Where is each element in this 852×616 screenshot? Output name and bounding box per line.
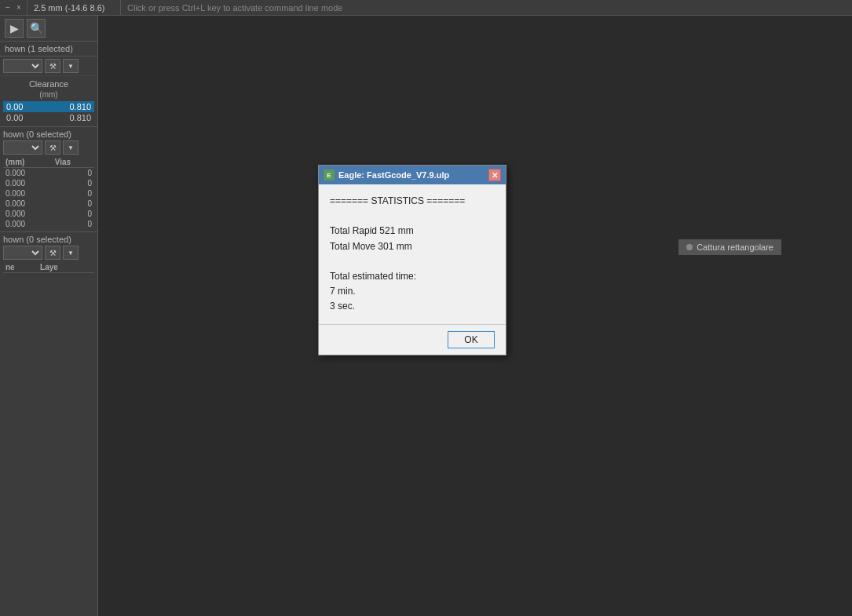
row-vias: 0 (53, 199, 94, 209)
table-row: 0.0000 (3, 168, 94, 179)
section2-dropdown[interactable] (3, 140, 42, 155)
toolbar-row: ▶ 🔍 (0, 16, 97, 42)
section1-header: hown (1 selected) (0, 42, 97, 56)
dialog-close-button[interactable]: ✕ (488, 169, 501, 181)
table-row: 0.0000 (3, 209, 94, 219)
section1-wrench-button[interactable]: ⚒ (45, 59, 60, 73)
dialog-titlebar: E Eagle: FastGcode_V7.9.ulp ✕ (319, 166, 506, 184)
data-table: (mm) Vias 0.00000.00000.00000.00000.0000… (3, 157, 94, 229)
section3: hown (0 selected) ⚒ ▼ ne Laye (0, 231, 97, 275)
top-bar: − × 2.5 mm (-14.6 8.6) Click or press Ct… (0, 0, 852, 16)
data-rows: 0.00000.00000.00000.00000.00000.0000 (3, 168, 94, 230)
sec-line: 3 sec. (330, 299, 495, 314)
row-mm: 0.000 (3, 188, 53, 199)
stats-sep-end: ======= (426, 195, 465, 206)
tab-close-button[interactable]: × (14, 3, 24, 13)
bottom-col2-header: Laye (38, 262, 94, 273)
dialog-title: Eagle: FastGcode_V7.9.ulp (338, 170, 449, 180)
move-line: Total Move 301 mm (330, 239, 495, 254)
left-sidebar: ▶ 🔍 hown (1 selected) ⚒ ▼ Clearance (mm)… (0, 16, 98, 616)
section1-controls: ⚒ ▼ (0, 56, 97, 76)
rapid-line: Total Rapid 521 mm (330, 224, 495, 239)
section3-dropdown[interactable] (3, 246, 42, 260)
row-mm: 0.000 (3, 199, 53, 209)
clearance-unit: (mm) (3, 90, 94, 99)
ok-button[interactable]: OK (448, 331, 495, 348)
section2-controls: ⚒ ▼ (3, 140, 94, 157)
bottom-col1-header: ne (3, 262, 38, 273)
table-row: 0.0000 (3, 219, 94, 229)
coord-display: 2.5 mm (-14.6 8.6) (27, 0, 121, 15)
dialog: E Eagle: FastGcode_V7.9.ulp ✕ ======= ST… (318, 165, 506, 355)
capture-tool[interactable]: Cattura rettangolare (678, 239, 781, 255)
section3-header: hown (0 selected) (3, 235, 94, 244)
section2-sub-wrench-button[interactable]: ▼ (63, 140, 79, 155)
section2: hown (0 selected) ⚒ ▼ (mm) Vias 0.00000.… (0, 126, 97, 231)
bottom-table: ne Laye (3, 262, 94, 273)
clearance-table: 0.00 0.810 0.00 0.810 (3, 101, 94, 123)
clearance-row-selected[interactable]: 0.00 0.810 (3, 101, 94, 112)
dialog-titlebar-left: E Eagle: FastGcode_V7.9.ulp (324, 169, 449, 180)
col-vias-header: Vias (53, 157, 94, 168)
clearance-row2-val2: 0.810 (45, 112, 94, 123)
zoom-tool-button[interactable]: 🔍 (27, 19, 46, 38)
stats-header-line: ======= STATISTICS ======= (330, 194, 495, 209)
clearance-val2: 0.810 (45, 101, 94, 112)
dialog-footer: OK (319, 324, 506, 355)
min-line: 7 min. (330, 284, 495, 299)
table-row: 0.0000 (3, 199, 94, 209)
section3-sub-wrench-button[interactable]: ▼ (63, 246, 79, 260)
table-row: 0.0000 (3, 188, 94, 199)
clearance-section: Clearance (mm) 0.00 0.810 0.00 0.810 (0, 76, 97, 126)
table-row: 0.0000 (3, 178, 94, 188)
tab-pin-button[interactable]: − (3, 3, 13, 13)
dialog-app-icon: E (324, 169, 335, 180)
stats-sep-start: ======= (330, 195, 368, 206)
row-mm: 0.000 (3, 168, 53, 179)
clearance-row2[interactable]: 0.00 0.810 (3, 112, 94, 123)
section2-wrench-button[interactable]: ⚒ (45, 140, 60, 155)
tab-area: − × (0, 0, 27, 15)
pointer-tool-button[interactable]: ▶ (5, 19, 24, 38)
row-vias: 0 (53, 168, 94, 179)
command-bar[interactable]: Click or press Ctrl+L key to activate co… (121, 0, 852, 15)
clearance-val1: 0.00 (3, 101, 45, 112)
row-vias: 0 (53, 178, 94, 188)
row-vias: 0 (53, 209, 94, 219)
dialog-body: ======= STATISTICS ======= Total Rapid 5… (319, 184, 506, 324)
stats-label: STATISTICS (371, 195, 424, 206)
row-mm: 0.000 (3, 209, 53, 219)
capture-dot-icon (686, 244, 693, 250)
col-mm-header: (mm) (3, 157, 53, 168)
clearance-title: Clearance (3, 79, 94, 89)
section1-sub-wrench-button[interactable]: ▼ (63, 59, 79, 73)
section3-controls: ⚒ ▼ (3, 246, 94, 262)
row-vias: 0 (53, 188, 94, 199)
section1-dropdown[interactable] (3, 59, 42, 73)
row-mm: 0.000 (3, 219, 53, 229)
time-label: Total estimated time: (330, 269, 495, 284)
section3-wrench-button[interactable]: ⚒ (45, 246, 60, 260)
row-mm: 0.000 (3, 178, 53, 188)
capture-tool-label: Cattura rettangolare (697, 242, 773, 252)
section2-header: hown (0 selected) (3, 129, 94, 139)
row-vias: 0 (53, 219, 94, 229)
clearance-row2-val1: 0.00 (3, 112, 45, 123)
